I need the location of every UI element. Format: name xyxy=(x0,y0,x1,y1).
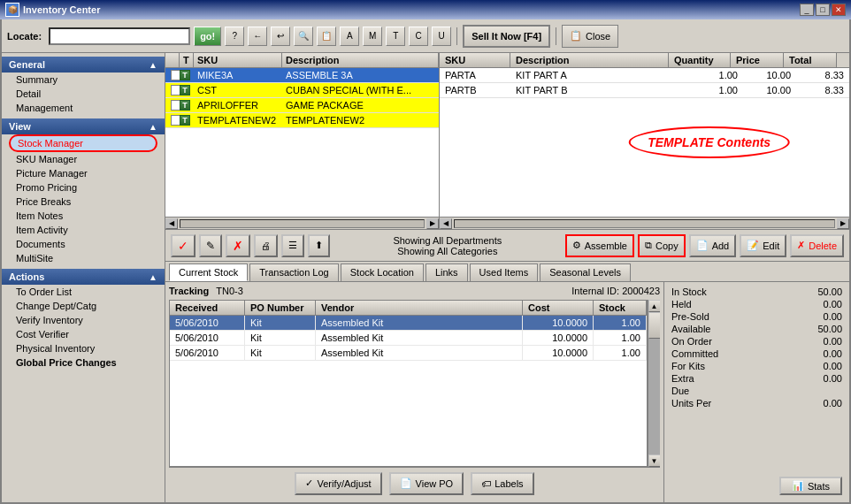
sidebar-item-item-notes[interactable]: Item Notes xyxy=(2,209,165,223)
sidebar-item-detail[interactable]: Detail xyxy=(2,87,165,101)
table-row[interactable]: T MIKE3A ASSEMBLE 3A xyxy=(165,68,439,83)
detail-label: Detail xyxy=(16,88,41,99)
tab-current-stock[interactable]: Current Stock xyxy=(169,263,248,281)
col-description: Description xyxy=(282,53,439,67)
search-button[interactable]: 🔍 xyxy=(294,27,313,46)
print-button[interactable]: 🖨 xyxy=(254,234,278,257)
add-button[interactable]: 📄 Add xyxy=(689,234,737,257)
kit-scrollbar[interactable]: ◀ ▶ xyxy=(440,217,849,229)
sidebar-item-to-order-list[interactable]: To Order List xyxy=(2,285,165,299)
stats-button[interactable]: 📊 Stats xyxy=(779,477,842,495)
t-button[interactable]: T xyxy=(386,27,405,46)
back-button[interactable]: ← xyxy=(248,27,267,46)
u-button[interactable]: U xyxy=(432,27,451,46)
delete-mark-button[interactable]: ✗ xyxy=(226,234,250,257)
scroll-left-btn[interactable]: ◀ xyxy=(165,218,178,229)
add-label: Add xyxy=(712,241,730,251)
scroll-up-btn[interactable]: ▲ xyxy=(648,300,661,312)
sidebar-item-promo-pricing[interactable]: Promo Pricing xyxy=(2,180,165,195)
tab-stock-location[interactable]: Stock Location xyxy=(341,263,424,281)
labels-button[interactable]: 🏷 Labels xyxy=(471,472,533,495)
sidebar-item-physical-inventory[interactable]: Physical Inventory xyxy=(2,341,165,355)
maximize-button[interactable]: □ xyxy=(816,4,830,16)
stock-vscroll[interactable]: ▲ ▼ xyxy=(648,300,660,467)
list-button[interactable]: ☰ xyxy=(281,234,304,257)
table-row[interactable]: T CST CUBAN SPECIAL (WITH E... xyxy=(165,83,439,98)
locate-input[interactable] xyxy=(49,27,190,45)
sidebar-item-price-breaks[interactable]: Price Breaks xyxy=(2,195,165,209)
copy-button[interactable]: ⧉ Copy xyxy=(638,234,686,257)
sidebar-item-verify-inventory[interactable]: Verify Inventory xyxy=(2,313,165,327)
sidebar-item-stock-manager[interactable]: Stock Manager xyxy=(9,134,157,152)
edit-mark-button[interactable]: ✎ xyxy=(199,234,222,257)
stock-row[interactable]: 5/06/2010 Kit Assembled Kit 10.0000 1.00 xyxy=(170,331,647,346)
showing-info: Showing All Departments Showing All Cate… xyxy=(339,235,556,256)
sidebar-item-cost-verifier[interactable]: Cost Verifier xyxy=(2,327,165,341)
inventory-scrollbar[interactable]: ◀ ▶ xyxy=(165,217,439,229)
tab-transaction-log[interactable]: Transaction Log xyxy=(249,263,338,281)
stats-panel: In Stock 50.00 Held 0.00 Pre-Sold 0.00 xyxy=(663,282,849,502)
sidebar-item-summary[interactable]: Summary xyxy=(2,73,165,87)
sidebar-item-picture-manager[interactable]: Picture Manager xyxy=(2,166,165,180)
sidebar-general-header[interactable]: General ▲ xyxy=(2,57,165,73)
delete-button[interactable]: ✗ Delete xyxy=(790,234,844,257)
available-label: Available xyxy=(671,324,710,334)
row-type: T xyxy=(180,83,194,97)
stock-row[interactable]: 5/06/2010 Kit Assembled Kit 10.0000 1.00… xyxy=(170,316,647,331)
cell-po: Kit xyxy=(245,331,316,345)
kit-scroll-left[interactable]: ◀ xyxy=(440,218,452,229)
c-button[interactable]: C xyxy=(409,27,428,46)
kit-row[interactable]: PARTA KIT PART A 1.00 10.00 8.33 xyxy=(440,68,849,83)
stats-btn-area: 📊 Stats xyxy=(668,473,846,499)
kit-scroll-right[interactable]: ▶ xyxy=(837,218,849,229)
scroll-track[interactable] xyxy=(648,312,661,454)
sidebar-item-documents[interactable]: Documents xyxy=(2,237,165,251)
cell-stock: 1.00 xyxy=(594,331,647,345)
scroll-down-btn[interactable]: ▼ xyxy=(648,454,661,467)
stock-row[interactable]: 5/06/2010 Kit Assembled Kit 10.0000 1.00 xyxy=(170,346,647,361)
help-button[interactable]: ? xyxy=(225,27,244,46)
go-button[interactable]: go! xyxy=(194,27,221,46)
row-checkbox[interactable] xyxy=(165,83,180,97)
scroll-right-btn[interactable]: ▶ xyxy=(426,218,439,229)
assemble-button[interactable]: ⚙ Assemble xyxy=(565,234,634,257)
kit-col-price: Price xyxy=(731,53,784,67)
a-button[interactable]: A xyxy=(340,27,359,46)
sidebar-item-multisite[interactable]: MultiSite xyxy=(2,251,165,265)
m-button[interactable]: M xyxy=(363,27,382,46)
edit-button[interactable]: 📝 Edit xyxy=(740,234,786,257)
close-toolbar-button[interactable]: 📋 Close xyxy=(562,25,618,48)
row-checkbox[interactable] xyxy=(165,113,180,127)
view-chevron-icon: ▲ xyxy=(149,122,157,132)
table-row[interactable]: T APRILOFFER GAME PACKAGE xyxy=(165,98,439,113)
view-po-button[interactable]: 📄 View PO xyxy=(389,472,464,495)
row-checkbox[interactable] xyxy=(165,68,180,82)
verify-adjust-button[interactable]: ✓ Verify/Adjust xyxy=(295,472,381,495)
tab-links[interactable]: Links xyxy=(426,263,468,281)
sidebar-item-item-activity[interactable]: Item Activity xyxy=(2,223,165,237)
sidebar-view-header[interactable]: View ▲ xyxy=(2,118,165,134)
up-button[interactable]: ⬆ xyxy=(308,234,330,257)
sell-it-now-button[interactable]: Sell It Now [F4] xyxy=(463,25,550,48)
tab-seasonal-levels[interactable]: Seasonal Levels xyxy=(540,263,631,281)
kit-row[interactable]: PARTB KIT PART B 1.00 10.00 8.33 xyxy=(440,83,849,98)
sidebar-item-global-price-changes[interactable]: Global Price Changes xyxy=(2,355,165,370)
window-close-button[interactable]: ✕ xyxy=(832,4,846,16)
sidebar-item-change-dept[interactable]: Change Dept/Catg xyxy=(2,299,165,313)
table-row[interactable]: T TEMPLATENEW2 TEMPLATENEW2 xyxy=(165,113,439,128)
refresh-button[interactable]: ↩ xyxy=(271,27,290,46)
sidebar-item-sku-manager[interactable]: SKU Manager xyxy=(2,152,165,166)
scroll-track[interactable] xyxy=(180,219,425,228)
clipboard-button[interactable]: 📋 xyxy=(317,27,336,46)
minimize-button[interactable]: _ xyxy=(800,4,814,16)
kit-col-quantity: Quantity xyxy=(669,53,731,67)
kit-scroll-track[interactable] xyxy=(454,219,835,228)
checkmark-button[interactable]: ✓ xyxy=(171,234,196,257)
scroll-thumb[interactable] xyxy=(648,312,661,339)
sidebar-actions-header[interactable]: Actions ▲ xyxy=(2,269,165,285)
sidebar-item-management[interactable]: Management xyxy=(2,101,165,115)
row-sku: TEMPLATENEW2 xyxy=(194,113,282,127)
row-checkbox[interactable] xyxy=(165,98,180,112)
tab-used-items[interactable]: Used Items xyxy=(470,263,539,281)
sku-manager-label: SKU Manager xyxy=(16,154,77,164)
